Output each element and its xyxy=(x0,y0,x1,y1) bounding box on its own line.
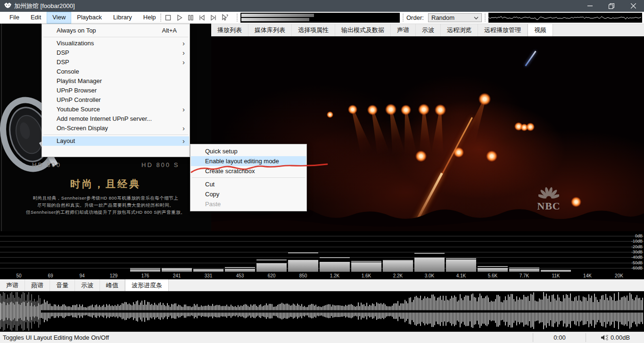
restore-button[interactable] xyxy=(601,0,622,12)
menu-item-cut[interactable]: Cut xyxy=(191,179,306,189)
restore-icon xyxy=(609,3,614,9)
tab-示波[interactable]: 示波 xyxy=(75,279,100,291)
tab-选择项属性[interactable]: 选择项属性 xyxy=(292,24,335,36)
menu-item-enable-layout-editing-mode[interactable]: Enable layout editing mode xyxy=(191,156,306,166)
previous-icon xyxy=(198,14,206,22)
menu-item-visualizations[interactable]: Visualizations› xyxy=(42,39,189,48)
spectrum-freq-label: 94 xyxy=(66,273,98,278)
tab-声谱[interactable]: 声谱 xyxy=(0,279,25,291)
menubar-item-playback[interactable]: Playback xyxy=(71,12,107,24)
spectrum-freq-label: 5.6K xyxy=(477,273,508,278)
tab-音量[interactable]: 音量 xyxy=(50,279,75,291)
tab-输出模式及数据[interactable]: 输出模式及数据 xyxy=(335,24,391,36)
menubar-item-library[interactable]: Library xyxy=(107,12,138,24)
spectrum-bar-11K xyxy=(541,271,571,272)
status-time: 0:00 xyxy=(533,333,586,342)
next-button[interactable] xyxy=(208,13,218,23)
bottom-tab-strip: 声谱蘋谱音量示波峰值波形进度条 xyxy=(0,279,644,292)
tab-声谱[interactable]: 声谱 xyxy=(391,24,416,36)
spectrum-freq-label: 20K xyxy=(603,273,635,278)
submenu-arrow-icon: › xyxy=(182,136,185,146)
toolbar-drag-handle[interactable] xyxy=(237,14,238,22)
spectrum-bar-176 xyxy=(130,269,160,272)
menu-item-label: On-Screen Display xyxy=(57,124,108,133)
locate-cursor-button[interactable] xyxy=(220,13,229,23)
spectrum-bar-3.0K xyxy=(414,258,445,272)
menu-item-dsp[interactable]: DSP› xyxy=(42,58,189,67)
status-volume[interactable]: 0.00dB xyxy=(586,333,644,342)
toolbar-drag-handle[interactable] xyxy=(485,14,486,22)
menu-item-label: Console xyxy=(57,67,79,76)
spectrum-freq-label: 331 xyxy=(193,273,224,278)
stage-light xyxy=(385,104,396,115)
stop-button[interactable] xyxy=(163,13,173,23)
toolbar-drag-handle[interactable] xyxy=(403,14,404,22)
menu-item-always-on-top[interactable]: Always on TopAlt+A xyxy=(42,26,189,35)
toolbar-drag-handle[interactable] xyxy=(160,14,162,22)
spectrum-peak-5.6K xyxy=(478,266,508,267)
spectrum-peak-850 xyxy=(288,252,318,253)
previous-button[interactable] xyxy=(197,13,206,23)
spectrum-peak-453 xyxy=(225,267,255,268)
nbc-text: NBC xyxy=(526,201,571,211)
stage-light-beam xyxy=(431,109,446,155)
menu-item-paste: Paste xyxy=(191,199,306,209)
menu-item-playlist-manager[interactable]: Playlist Manager xyxy=(42,76,189,86)
tab-远程播放管理[interactable]: 远程播放管理 xyxy=(478,24,528,36)
titlebar[interactable]: 加州旅馆 [foobar2000] xyxy=(0,0,644,12)
tab-波形进度条[interactable]: 波形进度条 xyxy=(125,279,169,291)
waveform-seekbar[interactable] xyxy=(0,292,644,332)
menu-separator xyxy=(192,177,305,178)
menu-item-label: Playlist Manager xyxy=(57,76,102,86)
menubar-item-edit[interactable]: Edit xyxy=(25,12,47,24)
order-select[interactable]: Random xyxy=(428,13,482,22)
menu-item-layout[interactable]: Layout› xyxy=(42,136,189,146)
foobar2000-window: 加州旅馆 [foobar2000] FileEditViewPlaybackLi… xyxy=(0,0,644,343)
spectrum-gridline xyxy=(0,247,644,247)
spectrum-freq-label: 3.0K xyxy=(414,273,445,278)
foobar2000-logo-icon xyxy=(4,2,12,10)
spectrum-peak-331 xyxy=(193,269,223,270)
model-label-hd800: HD 800 xyxy=(32,161,61,168)
tab-媒体库列表[interactable]: 媒体库列表 xyxy=(248,24,292,36)
menu-item-youtube-source[interactable]: Youtube Source› xyxy=(42,105,189,114)
menu-item-dsp[interactable]: DSP› xyxy=(42,48,189,58)
menubar-item-view[interactable]: View xyxy=(47,12,71,24)
menu-item-copy[interactable]: Copy xyxy=(191,189,306,199)
menu-item-add-remote-internet-upnp-server-[interactable]: Add remote Internet UPnP server... xyxy=(42,114,189,124)
tab-播放列表[interactable]: 播放列表 xyxy=(211,24,248,36)
menubar-item-help[interactable]: Help xyxy=(138,12,162,24)
play-button[interactable] xyxy=(174,13,184,23)
pause-button[interactable] xyxy=(186,13,195,23)
submenu-arrow-icon: › xyxy=(182,39,185,48)
tab-峰值[interactable]: 峰值 xyxy=(100,279,125,291)
spectrum-analyser: 0dB-10dB-20dB-30dB-40dB-50dB-60dB xyxy=(0,231,644,279)
menubar-item-file[interactable]: File xyxy=(4,12,25,24)
tab-蘋谱[interactable]: 蘋谱 xyxy=(25,279,50,291)
play-icon xyxy=(175,14,183,22)
stage-light xyxy=(435,104,446,116)
menu-item-label: Quick setup xyxy=(205,146,238,156)
menu-item-upnp-controller[interactable]: UPnP Controller xyxy=(42,95,189,105)
spectrum-freq-label: 14K xyxy=(572,273,603,278)
menu-item-console[interactable]: Console xyxy=(42,67,189,76)
spectrum-freq-label: 69 xyxy=(35,273,66,278)
spectrum-db-label: -40dB xyxy=(631,255,643,259)
menu-item-quick-setup[interactable]: Quick setup xyxy=(191,146,306,156)
status-hint-text: Toggles UI Layout Editing Mode On/Off xyxy=(3,332,109,343)
nbc-watermark: NBC xyxy=(526,186,571,214)
spectrum-db-label: -60dB xyxy=(631,266,643,270)
spectrum-db-label: -50dB xyxy=(631,261,643,265)
tab-视频[interactable]: 视频 xyxy=(528,24,553,36)
menu-item-on-screen-display[interactable]: On-Screen Display› xyxy=(42,124,189,133)
spectrum-freq-label: 4.1K xyxy=(446,273,477,278)
spectrum-db-label: -10dB xyxy=(631,239,643,243)
spectrum-freq-label: 241 xyxy=(161,273,192,278)
menu-item-upnp-browser[interactable]: UPnP Browser xyxy=(42,86,189,95)
menu-item-create-scratchbox[interactable]: Create scratchbox xyxy=(191,166,306,176)
minimize-button[interactable] xyxy=(579,0,601,12)
close-button[interactable] xyxy=(622,0,644,12)
tab-远程浏览[interactable]: 远程浏览 xyxy=(441,24,478,36)
album-headline: 时尚，且经典 xyxy=(0,177,211,191)
tab-示波[interactable]: 示波 xyxy=(416,24,441,36)
